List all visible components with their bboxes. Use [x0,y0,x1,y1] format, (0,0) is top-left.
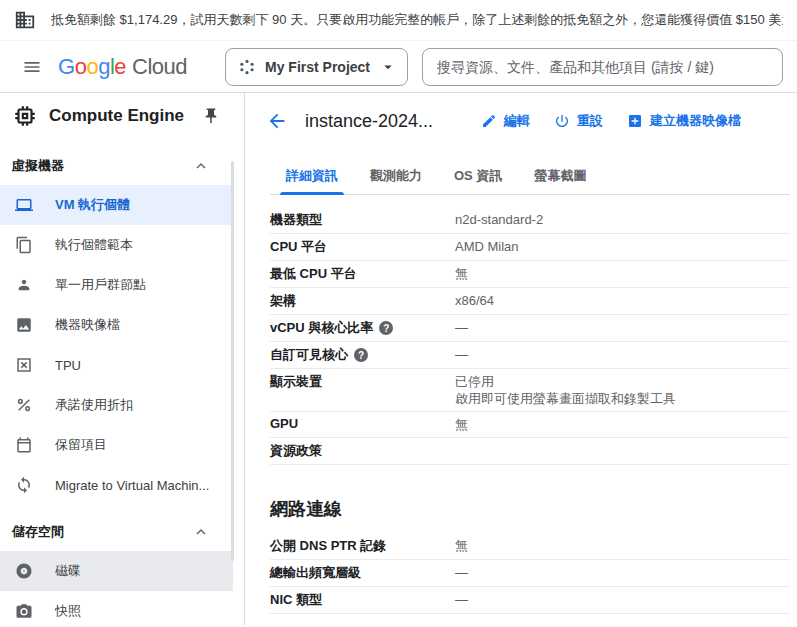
row-label: vCPU 與核心比率 [270,319,373,337]
project-selector[interactable]: My First Project [225,48,408,86]
row-value: n2d-standard-2 [455,211,543,228]
help-icon[interactable]: ? [379,321,393,335]
table-row: 資源政策 [270,438,790,465]
instance-templates-icon [15,236,33,254]
global-search[interactable] [422,48,783,86]
chevron-up-icon [192,523,210,541]
sidebar-item-label: 執行個體範本 [55,236,133,254]
compute-engine-sidebar: Compute Engine 虛擬機器 VM 執行個體 執行個體範本 [0,93,245,625]
row-label: 公開 DNS PTR 記錄 [270,537,386,555]
instance-actions: 編輯 重設 建立機器映像檔 [481,112,741,130]
sidebar-item-label: 保留項目 [55,436,107,454]
sidebar-item-label: 快照 [55,602,81,620]
reset-button[interactable]: 重設 [554,112,603,130]
sidebar-item-committed-use-discounts[interactable]: 承諾使用折扣 [0,385,233,425]
table-row: vCPU 與核心比率 ? — [270,315,790,342]
disk-icon [15,562,33,580]
row-value: 無 [455,265,468,282]
logo-letter: e [114,54,126,80]
row-value: 無 [455,537,468,554]
section-header-virtual-machines[interactable]: 虛擬機器 [0,147,244,185]
logo-cloud-text: Cloud [132,54,187,80]
row-label: CPU 平台 [270,238,327,256]
tab-screenshot[interactable]: 螢幕截圖 [518,157,602,194]
row-value-hint: 啟用即可使用螢幕畫面擷取和錄製工具 [455,390,676,407]
percent-discount-icon [15,396,33,414]
hamburger-menu-icon[interactable] [14,49,50,85]
pin-icon[interactable] [202,107,220,125]
trial-banner: 抵免額剩餘 $1,174.29，試用天數剩下 90 天。只要啟用功能完整的帳戶，… [0,0,797,41]
tpu-icon [15,356,33,374]
row-label: 自訂可見核心 [270,346,348,364]
migrate-sync-icon [15,476,33,494]
pencil-icon [481,113,497,129]
row-label: 機器類型 [270,211,322,229]
table-row: CPU 平台 AMD Milan [270,234,790,261]
create-machine-image-button[interactable]: 建立機器映像檔 [627,112,741,130]
sidebar-item-migrate-to-vm[interactable]: Migrate to Virtual Machin... [0,465,233,505]
table-row: 自訂可見核心 ? — [270,342,790,369]
chevron-down-icon [379,58,397,76]
instance-name-title: instance-2024... [305,111,433,132]
sidebar-item-reservations[interactable]: 保留項目 [0,425,233,465]
section-header-storage[interactable]: 儲存空間 [0,513,244,551]
create-machine-image-label: 建立機器映像檔 [650,112,741,130]
network-topology-link[interactable]: 在 NETWORK TOPOLOGY 查看 [270,614,797,627]
section-label: 儲存空間 [12,523,64,541]
search-input[interactable] [437,59,768,75]
reset-label: 重設 [577,112,603,130]
row-label: GPU [270,416,298,431]
network-table: 公開 DNS PTR 記錄 無 總輸出頻寬層級 — NIC 類型 — [270,533,790,614]
back-arrow-icon[interactable] [265,109,289,133]
google-cloud-logo[interactable]: Google Cloud [58,54,187,80]
content-area: Compute Engine 虛擬機器 VM 執行個體 執行個體範本 [0,93,797,625]
edit-button[interactable]: 編輯 [481,112,530,130]
sidebar-item-instance-templates[interactable]: 執行個體範本 [0,225,233,265]
tab-details[interactable]: 詳細資訊 [270,157,354,194]
tab-observability[interactable]: 觀測能力 [354,157,438,194]
row-label: NIC 類型 [270,591,322,609]
power-icon [554,113,570,129]
sidebar-item-machine-images[interactable]: 機器映像檔 [0,305,233,345]
sidebar-item-label: 磁碟 [55,562,81,580]
logo-letter: g [98,54,110,80]
sole-tenant-node-icon [15,276,33,294]
table-row: NIC 類型 — [270,587,790,614]
table-row: 顯示裝置 已停用 啟用即可使用螢幕畫面擷取和錄製工具 [270,369,790,412]
row-value: — [455,564,468,581]
network-section-title: 網路連線 [270,497,797,521]
trial-banner-text: 抵免額剩餘 $1,174.29，試用天數剩下 90 天。只要啟用功能完整的帳戶，… [51,11,783,29]
sidebar-item-disks[interactable]: 磁碟 [0,551,233,591]
row-label: 最低 CPU 平台 [270,265,357,283]
chevron-up-icon [192,157,210,175]
sidebar-item-label: Migrate to Virtual Machin... [55,478,209,493]
snapshot-icon [15,602,33,620]
sidebar-item-label: 機器映像檔 [55,316,120,334]
machine-images-icon [15,316,33,334]
row-value: — [455,319,468,336]
detail-tabs: 詳細資訊 觀測能力 OS 資訊 螢幕截圖 [270,157,790,195]
logo-letter: o [86,54,98,80]
sidebar-scrollbar[interactable] [231,161,234,561]
instance-header: instance-2024... 編輯 重設 建立機器映像檔 [245,93,797,149]
sidebar-item-snapshots[interactable]: 快照 [0,591,233,625]
instance-detail-panel: instance-2024... 編輯 重設 建立機器映像檔 詳細資訊 觀測能力 [245,93,797,625]
sidebar-nav: 虛擬機器 VM 執行個體 執行個體範本 單一用戶群節點 [0,139,244,625]
row-label: 架構 [270,292,296,310]
add-box-icon [627,113,643,129]
table-row: GPU 無 [270,412,790,438]
table-row: 公開 DNS PTR 記錄 無 [270,533,790,560]
sidebar-item-vm-instances[interactable]: VM 執行個體 [0,185,233,225]
row-value: — [455,591,468,608]
logo-letter: o [75,54,87,80]
help-icon[interactable]: ? [354,348,368,362]
table-row: 總輸出頻寬層級 — [270,560,790,587]
sidebar-item-sole-tenant-nodes[interactable]: 單一用戶群節點 [0,265,233,305]
row-label: 顯示裝置 [270,373,322,391]
row-value: — [455,346,468,363]
tab-os-info[interactable]: OS 資訊 [438,157,518,194]
product-header: Compute Engine [0,93,244,139]
logo-letter: G [58,54,75,80]
vm-instances-icon [15,196,33,214]
sidebar-item-tpu[interactable]: TPU [0,345,233,385]
